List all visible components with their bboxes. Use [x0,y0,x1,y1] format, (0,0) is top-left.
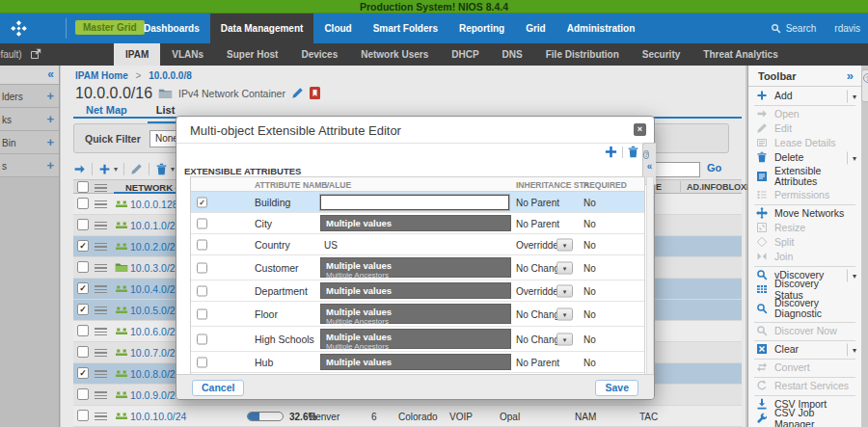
network-link[interactable]: 10.0.5.0/24 [130,305,181,316]
dropdown-caret-icon[interactable]: ▾ [847,151,858,164]
nav-item-dashboards[interactable]: Dashboards [133,13,210,43]
row-drag-handle-icon[interactable] [95,200,107,208]
tab-threat-analytics[interactable]: Threat Analytics [692,43,789,66]
column-attribute-name[interactable]: ATTRIBUTE NAME [255,180,327,190]
row-drag-handle-icon[interactable] [95,222,107,229]
close-icon[interactable] [634,123,646,136]
multiple-values-box[interactable]: Multiple valuesMultiple Ancestors [320,329,511,349]
network-link[interactable]: 10.0.9.0/24 [130,389,181,401]
toolbar-item-extensible-attributes[interactable]: Extensible Attributes [748,165,861,188]
column-required[interactable]: REQUIRED [583,180,627,190]
row-drag-handle-icon[interactable] [95,264,107,272]
inheritance-dropdown-icon[interactable] [556,238,573,251]
goto-icon[interactable] [73,163,86,175]
network-link[interactable]: 10.0.2.0/24 [130,241,181,253]
multiple-values-box[interactable]: Multiple values [320,215,511,231]
toolbar-item-csv-job-manager[interactable]: CSV Job Manager [748,412,861,426]
search-icon[interactable] [771,23,781,34]
row-checkbox[interactable] [77,325,89,336]
help-panel-tab[interactable] [861,69,868,102]
select-all-checkbox[interactable] [77,181,89,193]
network-link[interactable]: 10.0.10.0/24 [130,411,186,422]
toolbar-item-move-networks[interactable]: Move Networks [748,206,861,221]
toolbar-item-discovery-diagnostic[interactable]: Discovery Diagnostic [748,297,861,320]
toolbar-item-discovery-status[interactable]: Discovery Status [748,282,861,297]
row-drag-handle-icon[interactable] [95,285,107,293]
toolbar-item-add[interactable]: Add▾ [748,89,861,103]
add-attribute-icon[interactable] [604,145,618,159]
dropdown-caret-icon[interactable]: ▾ [847,343,858,356]
add-icon[interactable] [98,163,111,175]
row-checkbox[interactable] [77,346,89,358]
inheritance-dropdown-icon[interactable] [556,261,573,274]
network-link[interactable]: 10.0.7.0/24 [130,347,181,359]
save-button[interactable]: Save [595,380,638,396]
multiple-values-box[interactable]: Multiple values [320,282,511,299]
attribute-checkbox[interactable] [197,239,207,250]
cancel-button[interactable]: Cancel [192,380,244,396]
column-truncated[interactable]: E [656,182,662,192]
row-drag-handle-icon[interactable] [95,243,107,251]
add-dropdown-caret-icon[interactable] [114,165,118,173]
row-checkbox[interactable] [77,388,89,400]
left-panel-item[interactable]: ks+ [0,108,59,131]
row-checkbox[interactable]: ✓ [77,304,89,315]
expand-toolbar-icon[interactable] [847,68,854,83]
left-panel-item[interactable]: lders+ [0,85,59,108]
tab-file-distribution[interactable]: File Distribution [534,43,631,66]
network-link[interactable]: 10.0.3.0/24 [130,262,181,274]
tab-vlans[interactable]: VLANs [160,43,215,66]
tab-dhcp[interactable]: DHCP [440,43,490,66]
multiple-values-box[interactable]: Multiple values [320,354,511,370]
inheritance-dropdown-icon[interactable] [556,333,573,345]
tab-net-map[interactable]: Net Map [86,104,127,118]
tab-network-users[interactable]: Network Users [349,43,440,66]
network-link[interactable]: 10.0.4.0/24 [130,283,181,295]
nav-item-grid[interactable]: Grid [515,13,556,43]
nav-item-data-management[interactable]: Data Management [210,13,314,43]
row-drag-handle-icon[interactable] [95,391,107,399]
delete-icon[interactable] [155,163,168,175]
row-checkbox[interactable]: ✓ [77,282,89,294]
tab-list[interactable]: List [156,104,176,118]
table-scrollbar[interactable] [646,176,654,376]
add-icon[interactable]: + [46,112,54,126]
left-panel-item[interactable]: s+ [0,154,59,177]
attribute-checkbox[interactable] [197,308,207,319]
user-menu[interactable]: rdavis [834,23,860,34]
row-drag-handle-icon[interactable] [95,349,107,357]
network-link[interactable]: 10.0.8.0/24 [130,368,181,380]
nav-item-smart-folders[interactable]: Smart Folders [363,13,448,43]
inheritance-dropdown-icon[interactable] [556,307,573,320]
row-checkbox[interactable]: ✓ [77,367,89,379]
external-link-icon[interactable] [30,48,41,60]
nav-item-cloud[interactable]: Cloud [313,13,362,43]
multiple-values-box[interactable]: Multiple valuesMultiple Ancestors [320,304,511,324]
toolbar-item-delete[interactable]: Delete▾ [748,150,861,165]
row-checkbox[interactable] [77,410,89,421]
tab-ipam[interactable]: IPAM [114,43,160,66]
network-link[interactable]: 10.0.6.0/24 [130,326,181,337]
attribute-checkbox[interactable] [197,285,207,296]
add-icon[interactable]: + [46,135,54,149]
collapse-panel-icon[interactable] [47,67,54,81]
row-checkbox[interactable] [77,219,89,230]
attribute-value-input[interactable] [320,195,509,210]
edit-pencil-icon[interactable] [291,87,304,99]
breadcrumb-ipam-home[interactable]: IPAM Home [75,70,128,81]
nav-item-administration[interactable]: Administration [556,13,646,43]
multiple-values-box[interactable]: Multiple valuesMultiple Ancestors [320,257,511,278]
delete-attribute-icon[interactable] [627,146,639,158]
delete-dropdown-caret-icon[interactable] [171,165,175,173]
tab-devices[interactable]: Devices [289,43,349,66]
attribute-checkbox[interactable] [197,262,207,273]
add-icon[interactable]: + [46,89,54,103]
dropdown-caret-icon[interactable]: ▾ [847,90,858,102]
attribute-checkbox[interactable] [197,334,207,344]
add-icon[interactable]: + [46,158,54,173]
network-link[interactable]: 10.0.0.128/ [130,199,181,210]
column-inheritance-state[interactable]: INHERITANCE STA.. [516,180,594,190]
tab-security[interactable]: Security [631,43,692,66]
attribute-checkbox[interactable] [197,218,207,228]
row-drag-handle-icon[interactable] [95,370,107,378]
